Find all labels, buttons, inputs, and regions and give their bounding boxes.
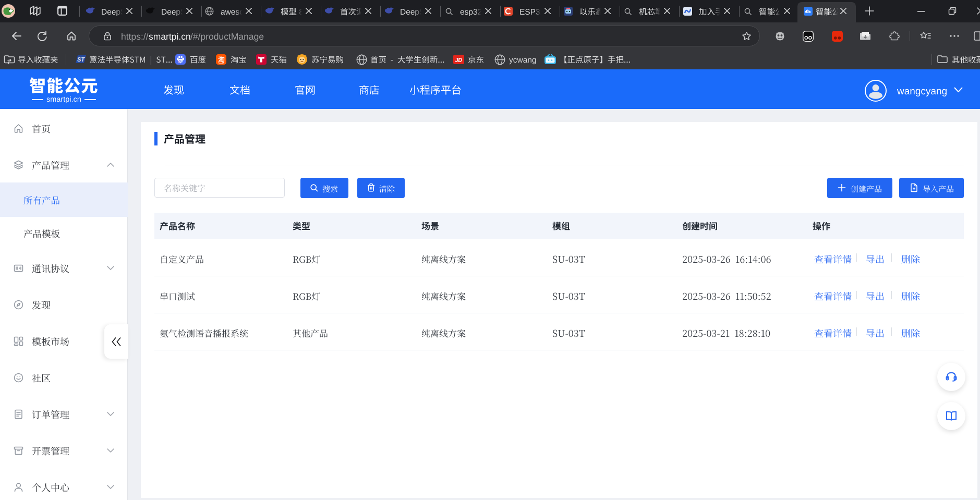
- svg-text:AI: AI: [807, 10, 809, 13]
- svg-text:du: du: [178, 59, 183, 63]
- svg-text:JD: JD: [455, 57, 463, 63]
- svg-text:ST: ST: [77, 56, 85, 63]
